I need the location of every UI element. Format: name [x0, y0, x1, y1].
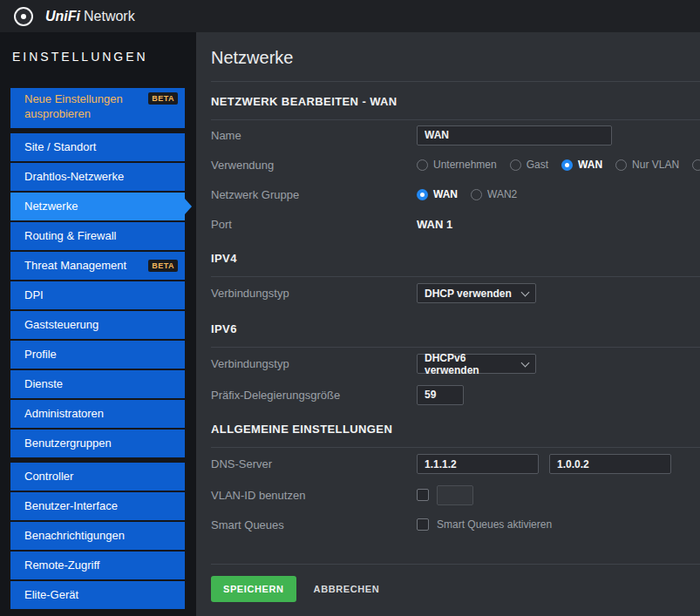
radio-icon [692, 159, 700, 171]
sidebar-item-label: Elite-Gerät [24, 588, 178, 603]
sidebar-item-label: Profile [24, 348, 178, 362]
dns-input-2[interactable] [549, 454, 671, 474]
form-row-netzwerk-gruppe: Netzwerk Gruppe WANWAN2 [211, 179, 700, 209]
sidebar-item-label: Administratoren [24, 407, 178, 422]
sidebar-item-label: Benutzergruppen [24, 437, 178, 451]
radio-option-wan[interactable]: WAN [417, 188, 458, 200]
radio-option-nur-vlan[interactable]: Nur VLAN [615, 159, 679, 171]
smart-queues-checkbox-label: Smart Queues aktivieren [437, 518, 552, 531]
brand-product: Network [84, 9, 135, 24]
save-button[interactable]: SPEICHERN [211, 576, 296, 602]
form-row-prefix: Präfix-Delegierungsgröße [211, 380, 700, 410]
sidebar-item-benutzer-interface[interactable]: Benutzer-Interface [10, 492, 185, 520]
radio-selected-icon [417, 189, 428, 200]
radio-option-wan[interactable]: WAN [561, 159, 602, 171]
sidebar-group: Neue Einstellungen ausprobierenBETA [10, 88, 185, 128]
sidebar-item-label: Dienste [24, 377, 178, 392]
chevron-down-icon [521, 288, 530, 296]
brand: UniFiNetwork [45, 9, 135, 24]
dns-input-1[interactable] [417, 454, 539, 474]
sidebar-item-benutzergruppen[interactable]: Benutzergruppen [10, 430, 185, 457]
radio-icon [417, 159, 428, 171]
unifi-logo[interactable] [14, 7, 33, 26]
radio-option-gast[interactable]: Gast [510, 159, 548, 171]
topbar: UniFiNetwork [0, 0, 700, 32]
sidebar-item-drahtlos-netzwerke[interactable]: Drahtlos-Netzwerke [10, 163, 185, 191]
spacer [211, 539, 700, 564]
section-title-ipv4: IPV4 [211, 252, 700, 265]
sidebar-item-site-standort[interactable]: Site / Standort [10, 133, 185, 161]
radio-option-label: Unternehmen [433, 159, 497, 171]
sidebar-item-elite-ger-t[interactable]: Elite-Gerät [10, 581, 185, 609]
sidebar-item-netzwerke[interactable]: Netzwerke [10, 193, 185, 220]
sidebar-title: EINSTELLUNGEN [0, 50, 196, 64]
sidebar-item-label: Site / Standort [24, 140, 178, 155]
section-title-edit-wan: NETZWERK BEARBEITEN - WAN [211, 95, 700, 108]
radio-option-re[interactable]: Re [692, 159, 700, 171]
sidebar-item-label: Threat Management [24, 259, 143, 274]
name-label: Name [211, 129, 417, 142]
divider [211, 81, 700, 82]
chevron-down-icon [521, 358, 530, 367]
radio-option-label: WAN [433, 188, 458, 200]
sidebar-item-neue-einstellungen-ausprobieren[interactable]: Neue Einstellungen ausprobierenBETA [10, 88, 185, 128]
sidebar-item-label: Remote-Zugriff [24, 558, 178, 573]
port-label: Port [211, 218, 417, 231]
sidebar-item-label: Controller [24, 470, 178, 484]
verwendung-radio-group: UnternehmenGastWANNur VLANRe [417, 159, 700, 171]
sidebar-item-benachrichtigungen[interactable]: Benachrichtigungen [10, 522, 185, 550]
radio-option-label: WAN2 [487, 188, 517, 200]
settings-sidebar: EINSTELLUNGEN Neue Einstellungen ausprob… [0, 32, 196, 616]
cancel-button[interactable]: ABBRECHEN [314, 584, 380, 594]
radio-option-wan2[interactable]: WAN2 [471, 188, 517, 200]
sidebar-item-label: Benachrichtigungen [24, 529, 178, 544]
brand-unifi: UniFi [45, 9, 80, 24]
sidebar-item-routing-firewall[interactable]: Routing & Firewall [10, 222, 185, 250]
prefix-label: Präfix-Delegierungsgröße [211, 389, 417, 402]
section-title-ipv6: IPV6 [211, 322, 700, 335]
sidebar-item-dienste[interactable]: Dienste [10, 370, 185, 398]
smart-queues-label: Smart Queues [211, 518, 417, 531]
radio-icon [615, 159, 627, 171]
ipv6-verbindungstyp-label: Verbindungstyp [211, 357, 417, 370]
name-input[interactable] [417, 125, 612, 146]
dns-label: DNS-Server [211, 457, 417, 470]
vlan-id-input[interactable] [437, 485, 473, 505]
verwendung-label: Verwendung [211, 159, 417, 172]
netzwerk-gruppe-label: Netzwerk Gruppe [211, 188, 417, 201]
vlan-checkbox[interactable] [417, 489, 429, 501]
prefix-input[interactable] [417, 385, 464, 405]
radio-option-label: Gast [527, 159, 548, 171]
ipv6-verbindungstyp-select[interactable]: DHCPv6 verwenden [417, 354, 536, 374]
sidebar-item-label: Drahtlos-Netzwerke [24, 170, 178, 185]
radio-icon [471, 189, 482, 200]
sidebar-item-label: Neue Einstellungen ausprobieren [24, 92, 143, 122]
vlan-label: VLAN-ID benutzen [211, 489, 417, 502]
main-content: Netzwerke NETZWERK BEARBEITEN - WAN Name… [196, 32, 700, 616]
sidebar-group: ControllerBenutzer-InterfaceBenachrichti… [10, 463, 185, 609]
sidebar-item-label: DPI [24, 288, 178, 303]
sidebar-item-profile[interactable]: Profile [10, 341, 185, 369]
sidebar-item-administratoren[interactable]: Administratoren [10, 400, 185, 428]
radio-icon [510, 159, 521, 171]
sidebar-nav: Neue Einstellungen ausprobierenBETASite … [10, 88, 185, 609]
sidebar-item-label: Routing & Firewall [24, 229, 178, 244]
ipv4-verbindungstyp-select[interactable]: DHCP verwenden [417, 283, 536, 303]
sidebar-item-gaststeuerung[interactable]: Gaststeuerung [10, 311, 185, 339]
beta-badge: BETA [148, 260, 178, 272]
radio-option-label: Nur VLAN [632, 159, 679, 171]
netzwerk-gruppe-radio-group: WANWAN2 [417, 188, 700, 200]
port-value: WAN 1 [417, 218, 452, 231]
page-title: Netzwerke [211, 48, 700, 68]
sidebar-item-label: Benutzer-Interface [24, 499, 178, 514]
form-row-ipv6-verbindungstyp: Verbindungstyp DHCPv6 verwenden [211, 348, 700, 380]
form-row-dns: DNS-Server [211, 448, 700, 480]
sidebar-item-threat-management[interactable]: Threat ManagementBETA [10, 252, 185, 280]
ipv4-verbindungstyp-value: DHCP verwenden [425, 288, 512, 300]
sidebar-item-controller[interactable]: Controller [10, 463, 185, 491]
sidebar-item-dpi[interactable]: DPI [10, 281, 185, 309]
smart-queues-checkbox[interactable] [417, 518, 429, 531]
form-row-verwendung: Verwendung UnternehmenGastWANNur VLANRe [211, 150, 700, 179]
sidebar-item-remote-zugriff[interactable]: Remote-Zugriff [10, 552, 185, 579]
radio-option-unternehmen[interactable]: Unternehmen [417, 159, 497, 171]
